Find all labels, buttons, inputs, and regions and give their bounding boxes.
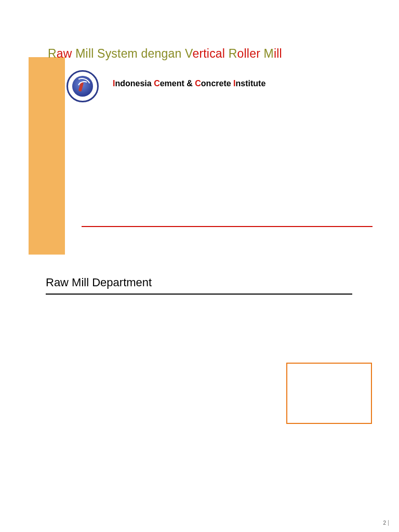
title-frag: M <box>75 47 85 60</box>
sub-frag: nstitute <box>236 79 266 88</box>
title-frag: R <box>229 47 237 60</box>
slide-title: Raw Mill System dengan Vertical Roller M… <box>48 47 282 61</box>
sub-frag: ndonesia <box>115 79 154 88</box>
title-frag: R <box>48 47 57 60</box>
document-page: Raw Mill System dengan Vertical Roller M… <box>0 0 399 532</box>
divider-red <box>82 226 373 227</box>
divider-black <box>46 294 352 295</box>
sub-frag: C <box>195 79 201 88</box>
section-heading: Raw Mill Department <box>46 276 152 289</box>
title-frag: ill System dengan V <box>86 47 193 60</box>
slide-1: Raw Mill System dengan Vertical Roller M… <box>0 0 399 255</box>
institute-logo <box>66 70 99 102</box>
decorative-sidebar <box>29 57 65 255</box>
page-number: 2 <box>383 520 389 526</box>
slide-2: Raw Mill Department 2 <box>0 255 399 532</box>
title-frag: ertical <box>192 47 228 60</box>
logo-inner-icon <box>72 76 93 97</box>
logo-accent-icon <box>78 82 84 92</box>
title-frag: aw <box>57 47 75 60</box>
title-frag: oller <box>237 47 264 60</box>
slide-subtitle: Indonesia Cement & Concrete Institute <box>113 79 265 88</box>
title-frag: M <box>264 47 274 60</box>
sub-frag: oncrete <box>201 79 233 88</box>
sub-frag: ement & <box>160 79 195 88</box>
sub-frag: C <box>154 79 160 88</box>
placeholder-box <box>286 363 372 424</box>
logo-ring-icon <box>66 70 99 102</box>
title-frag: ill <box>274 47 282 60</box>
